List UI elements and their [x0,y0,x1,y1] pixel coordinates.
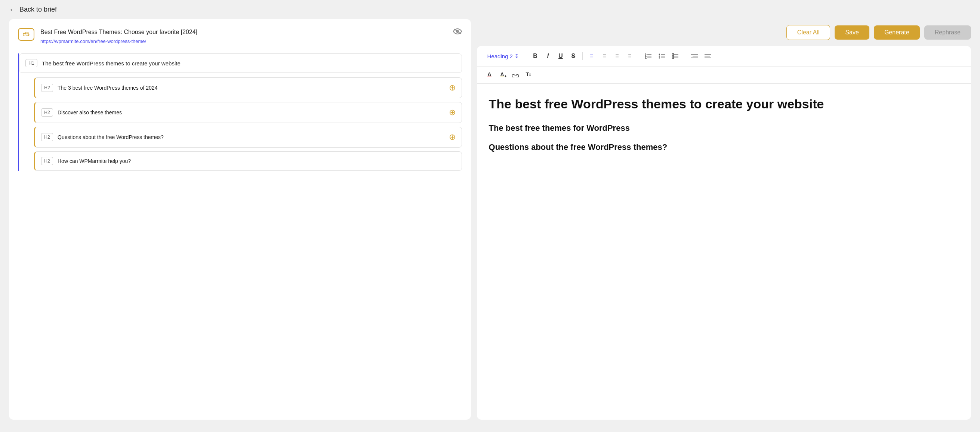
toolbar-divider-1 [526,52,526,60]
checklist-button[interactable] [670,52,681,60]
article-info: Best Free WordPress Themes: Choose your … [40,28,447,44]
main-layout: #5 Best Free WordPress Themes: Choose yo… [0,19,980,429]
h2-text-2: Questions about the free WordPress theme… [57,134,444,140]
h2-badge-1: H2 [41,108,53,117]
editor-format-toolbar: Heading 2 ⇕ B I U S ≡ ≡ ≡ ≡ 1.2.3. [477,46,971,67]
indent-left-button[interactable] [689,52,700,60]
heading-select-label: Heading 2 [487,53,513,59]
heading-select[interactable]: Heading 2 ⇕ [484,51,522,61]
content-heading-2-1: Questions about the free WordPress theme… [489,141,959,153]
svg-rect-18 [672,57,673,59]
top-bar: ← Back to brief [0,0,980,19]
add-h2-button-1[interactable]: ⊕ [449,108,456,118]
align-justify-button[interactable]: ≡ [625,51,635,61]
editor-toolbar-row: Clear All Save Generate Rephrase [477,19,971,46]
text-color-button[interactable]: A [484,70,495,79]
back-arrow-icon: ← [9,5,16,14]
svg-point-13 [659,57,660,59]
h2-text-3: How can WPMarmite help you? [57,158,456,164]
toolbar-divider-2 [582,52,583,60]
list-item[interactable]: H2 Discover also these themes ⊕ [34,102,462,123]
link-button[interactable] [510,70,521,79]
clear-format-button[interactable]: Tx [523,70,534,79]
visibility-toggle-icon[interactable] [453,28,462,37]
article-header: #5 Best Free WordPress Themes: Choose yo… [18,28,462,44]
back-to-brief-label: Back to brief [19,6,57,13]
article-number: #5 [18,28,34,41]
h2-text-0: The 3 best free WordPress themes of 2024 [57,85,444,91]
bold-button[interactable]: B [530,51,541,61]
editor-content-area[interactable]: The best free WordPress themes to create… [477,84,971,420]
svg-rect-14 [672,54,673,55]
h1-badge: H1 [25,59,37,67]
align-right-button[interactable]: ≡ [612,51,622,61]
article-title: Best Free WordPress Themes: Choose your … [40,28,447,36]
h1-text: The best free WordPress themes to create… [42,60,181,67]
align-left-button[interactable]: ≡ [586,51,597,61]
h2-list: H2 The 3 best free WordPress themes of 2… [19,77,462,171]
toolbar-divider-4 [685,52,685,60]
list-item[interactable]: H2 Questions about the free WordPress th… [34,127,462,148]
h2-text-1: Discover also these themes [57,110,444,116]
heading-select-chevron-icon: ⇕ [514,53,519,59]
svg-point-12 [659,56,660,57]
svg-text:3.: 3. [645,57,647,59]
text-highlight-button[interactable]: A ✦ [497,70,508,79]
indent-right-button[interactable] [702,52,714,60]
article-url[interactable]: https://wpmarmite.com/en/free-wordpress-… [40,38,146,44]
add-h2-button-0[interactable]: ⊕ [449,83,456,93]
clear-all-button[interactable]: Clear All [786,25,830,40]
list-item[interactable]: H2 How can WPMarmite help you? [34,151,462,171]
svg-rect-16 [672,55,673,57]
svg-point-11 [659,54,660,55]
left-panel: #5 Best Free WordPress Themes: Choose yo… [9,19,471,420]
add-h2-button-2[interactable]: ⊕ [449,132,456,142]
toolbar-divider-3 [639,52,639,60]
outline: H1 The best free WordPress themes to cre… [18,54,462,171]
save-button[interactable]: Save [835,25,869,40]
h2-badge-3: H2 [41,157,53,165]
unordered-list-button[interactable] [656,52,668,60]
back-to-brief-link[interactable]: ← Back to brief [9,5,57,14]
ordered-list-button[interactable]: 1.2.3. [643,52,654,60]
right-panel: Clear All Save Generate Rephrase Heading… [477,19,971,420]
underline-button[interactable]: U [555,51,566,61]
editor-container: Heading 2 ⇕ B I U S ≡ ≡ ≡ ≡ 1.2.3. [477,46,971,420]
h1-item[interactable]: H1 The best free WordPress themes to cre… [19,54,462,73]
generate-button[interactable]: Generate [874,25,920,40]
list-item[interactable]: H2 The 3 best free WordPress themes of 2… [34,77,462,98]
content-heading-2-0: The best free themes for WordPress [489,122,959,134]
rephrase-button[interactable]: Rephrase [924,25,971,40]
content-heading-1: The best free WordPress themes to create… [489,96,959,112]
italic-button[interactable]: I [543,51,553,61]
strikethrough-button[interactable]: S [568,51,579,61]
align-center-button[interactable]: ≡ [599,51,609,61]
editor-format-toolbar-row2: A A ✦ Tx [477,67,971,84]
h2-badge-0: H2 [41,84,53,92]
h2-badge-2: H2 [41,133,53,141]
